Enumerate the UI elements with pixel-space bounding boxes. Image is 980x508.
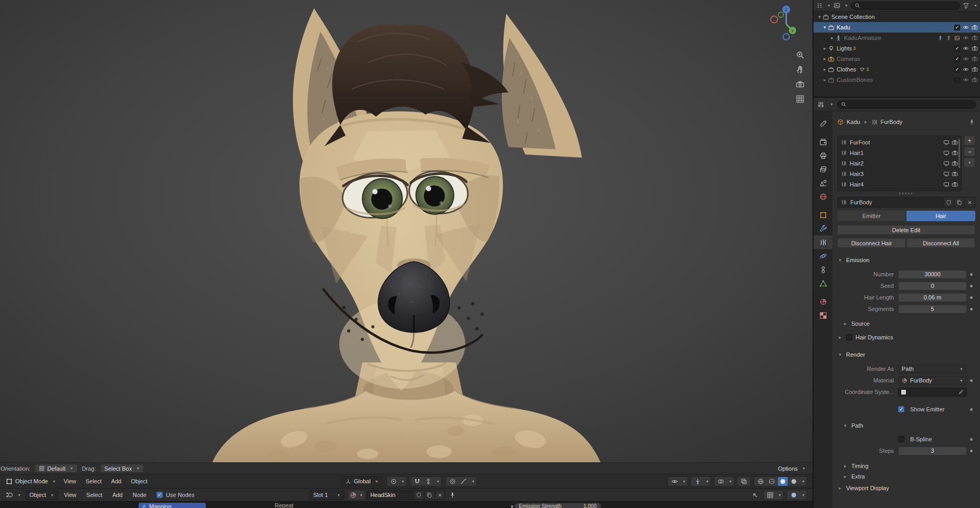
hide-eye-icon[interactable]: [963, 77, 969, 83]
list-resize-grip[interactable]: ●●●●●: [837, 191, 975, 195]
viewport-toggle-icon[interactable]: [943, 150, 950, 156]
filter-funnel-icon[interactable]: [963, 2, 969, 9]
menu-select[interactable]: Select: [81, 474, 106, 488]
section-extra[interactable]: ▸Extra: [837, 471, 975, 482]
render-toggle-icon[interactable]: [952, 160, 958, 167]
hair-length-field[interactable]: 0.06 m: [898, 293, 967, 302]
xray-toggle-icon[interactable]: [739, 477, 749, 486]
tab-object-data[interactable]: [814, 276, 832, 290]
animate-decorator[interactable]: [970, 450, 973, 452]
shader-node-canvas[interactable]: ✓ Mapping Repeat Emission Strength 1.000: [0, 501, 812, 508]
number-field[interactable]: 30000: [898, 270, 967, 279]
editor-type-dropdown[interactable]: ▼: [3, 490, 24, 500]
tab-scene[interactable]: [814, 176, 832, 190]
viewport-toggle-icon[interactable]: [943, 171, 950, 177]
hide-eye-icon[interactable]: [963, 35, 969, 41]
breadcrumb-data[interactable]: FurBody: [881, 119, 903, 125]
outliner-row-kadu[interactable]: ▾ Kadu ✓: [814, 22, 980, 33]
menu-select[interactable]: Select: [82, 489, 107, 501]
viewport-toggle-icon[interactable]: [943, 160, 950, 167]
disclosure-icon[interactable]: ▸: [822, 46, 828, 51]
snap-magnet-icon[interactable]: [412, 477, 422, 486]
section-emission[interactable]: ▾Emission: [837, 255, 975, 265]
render-toggle-icon[interactable]: [952, 181, 958, 188]
pose-icon[interactable]: [937, 35, 943, 41]
add-slot-button[interactable]: +: [964, 136, 975, 146]
outliner-search-input[interactable]: [851, 2, 960, 10]
disclosure-icon[interactable]: ▸: [829, 35, 835, 40]
particle-name-field[interactable]: FurBody: [837, 197, 944, 208]
render-camera-icon[interactable]: [972, 77, 978, 83]
menu-object[interactable]: Object: [127, 474, 152, 488]
list-item[interactable]: Hair1: [838, 148, 961, 158]
material-name-field[interactable]: HeadSkin: [367, 490, 414, 500]
section-viewport-display[interactable]: ▸Viewport Display: [837, 483, 975, 493]
mapping-node-header[interactable]: ✓ Mapping: [139, 503, 206, 508]
pan-hand-icon[interactable]: [794, 63, 806, 76]
outliner-row-kaduarmature[interactable]: ▸ KaduArmature: [814, 33, 980, 43]
outliner-row-cameras[interactable]: ▸ Cameras ✓: [814, 54, 980, 64]
ortho-grid-icon[interactable]: [794, 92, 806, 105]
section-source[interactable]: ▸Source: [837, 318, 975, 329]
hide-eye-icon[interactable]: [963, 56, 969, 62]
shader-type-dropdown[interactable]: Object▼: [25, 490, 58, 500]
render-camera-icon[interactable]: [972, 66, 978, 72]
animate-decorator[interactable]: [970, 438, 973, 441]
tab-object[interactable]: [814, 208, 832, 222]
tab-emitter[interactable]: Emitter: [837, 211, 906, 221]
proportional-editing-icon[interactable]: [447, 477, 457, 486]
fake-user-shield-icon[interactable]: [414, 490, 424, 500]
pin-icon[interactable]: [968, 119, 975, 126]
copy-icon[interactable]: [954, 197, 965, 208]
fake-user-shield-icon[interactable]: [944, 197, 954, 208]
list-scrollbar[interactable]: [958, 139, 960, 168]
render-toggle-icon[interactable]: [952, 150, 958, 156]
tab-constraints[interactable]: [814, 263, 832, 276]
outliner-row-scene-collection[interactable]: ▾ Scene Collection: [814, 12, 980, 22]
outliner-display-mode-icon[interactable]: [816, 2, 823, 9]
list-item[interactable]: Hair3: [838, 169, 961, 179]
outliner-scope-icon[interactable]: [833, 2, 840, 9]
disconnect-all-button[interactable]: Disconnect All: [906, 238, 975, 248]
seed-field[interactable]: 0: [898, 282, 967, 291]
render-camera-icon[interactable]: [972, 56, 978, 62]
animate-decorator[interactable]: [970, 379, 973, 382]
exclude-checkbox[interactable]: ✓: [954, 67, 960, 72]
menu-add[interactable]: Add: [107, 474, 126, 488]
shading-wireframe-icon[interactable]: [756, 477, 766, 486]
use-nodes-checkbox[interactable]: ✓: [157, 492, 163, 498]
hair-dynamics-checkbox[interactable]: [846, 334, 852, 340]
disclosure-icon[interactable]: ▸: [822, 56, 828, 61]
emission-strength-slider[interactable]: Emission Strength 1.000: [514, 503, 601, 508]
show-gizmo-icon[interactable]: [693, 477, 703, 486]
zoom-icon[interactable]: [794, 48, 806, 61]
viewport-toggle-icon[interactable]: [943, 139, 950, 146]
steps-field[interactable]: 3: [898, 447, 967, 455]
copy-material-icon[interactable]: [424, 490, 435, 500]
tab-particles[interactable]: [814, 235, 832, 249]
show-overlays-icon[interactable]: [716, 477, 726, 486]
render-camera-icon[interactable]: [972, 24, 978, 30]
tab-world[interactable]: [814, 190, 832, 203]
menu-view[interactable]: View: [59, 474, 80, 488]
coordinate-system-field[interactable]: [898, 388, 967, 397]
disclosure-icon[interactable]: ▸: [822, 77, 828, 82]
menu-add[interactable]: Add: [108, 489, 127, 501]
section-render[interactable]: ▾Render: [837, 349, 975, 360]
mode-dropdown[interactable]: Object Mode▼: [3, 476, 58, 486]
hide-eye-icon[interactable]: [963, 24, 969, 30]
hide-eye-icon[interactable]: [963, 66, 969, 72]
animate-decorator[interactable]: [970, 308, 973, 310]
render-as-dropdown[interactable]: Path▼: [898, 365, 967, 374]
tab-view-layer[interactable]: [814, 162, 832, 176]
viewport-toggle-icon[interactable]: [943, 181, 950, 188]
snap-target-icon[interactable]: [423, 477, 433, 486]
tab-output[interactable]: [814, 149, 832, 162]
delete-edit-button[interactable]: Delete Edit: [837, 225, 975, 235]
hide-eye-icon[interactable]: [963, 45, 969, 51]
outliner-row-custombones[interactable]: ▸ CustomBones: [814, 75, 980, 85]
section-hair-dynamics[interactable]: ▸ Hair Dynamics: [837, 332, 975, 343]
3d-viewport[interactable]: Z Y: [0, 0, 812, 462]
b-spline-checkbox[interactable]: [898, 436, 904, 442]
section-timing[interactable]: ▸Timing: [837, 461, 975, 471]
